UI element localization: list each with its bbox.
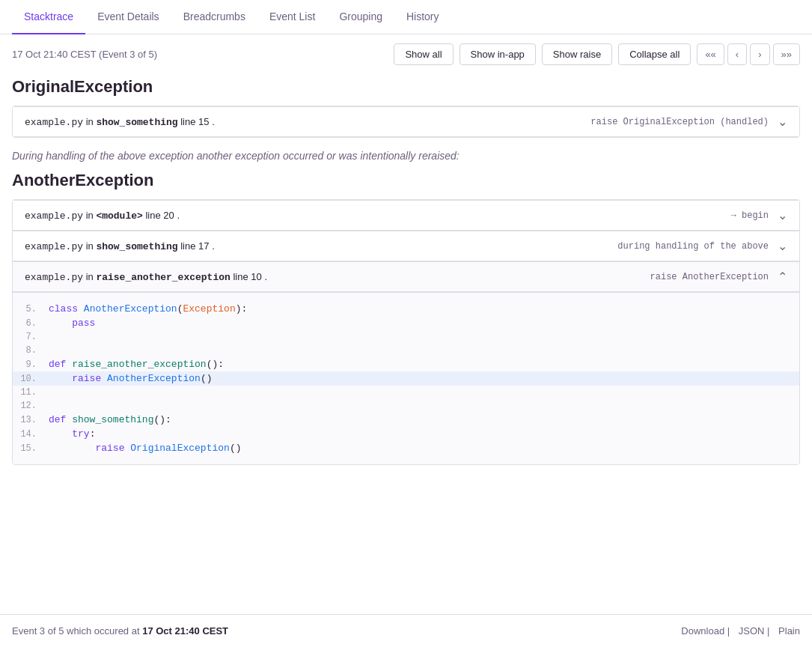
another-frame-line-label-0: line	[145, 210, 163, 221]
another-frame-file-0: example.py	[25, 210, 83, 222]
original-frame-annotation: raise OriginalException (handled)	[590, 117, 769, 127]
nav-buttons: «« ‹ › »»	[697, 43, 800, 65]
another-frame-func-2: raise_another_exception	[96, 272, 230, 283]
line-content: raise AnotherException()	[49, 373, 212, 384]
tab-stacktrace[interactable]: Stacktrace	[12, 0, 85, 34]
footer-sep-2: |	[767, 625, 772, 637]
code-line-10: 10. raise AnotherException()	[13, 371, 799, 386]
footer: Event 3 of 5 which occured at 17 Oct 21:…	[0, 614, 812, 647]
json-link[interactable]: JSON	[739, 625, 765, 637]
another-frame-in-2: in	[86, 271, 97, 282]
another-frame-line-num-1: 17	[198, 240, 209, 252]
line-number: 11.	[13, 387, 49, 398]
code-line-6: 6. pass	[13, 316, 799, 330]
original-frame-line-num: 15	[198, 116, 209, 127]
code-line-13: 13. def show_something():	[13, 413, 799, 427]
line-number: 8.	[13, 345, 49, 356]
code-line-8: 8.	[13, 344, 799, 357]
original-exception-frames: example.py in show_something line 15 . r…	[0, 106, 812, 138]
original-frame-file: example.py	[25, 117, 83, 128]
nav-prev-button[interactable]: ‹	[727, 43, 747, 65]
another-exception-name: AnotherException	[0, 168, 812, 199]
line-number: 15.	[13, 443, 49, 454]
footer-datetime: 17 Oct 21:40 CEST	[142, 625, 228, 637]
event-info: 17 Oct 21:40 CEST (Event 3 of 5)	[12, 49, 157, 60]
another-frame-line-label-1: line	[180, 240, 198, 252]
another-frame-chevron-up-icon-2[interactable]: ⌃	[778, 270, 787, 284]
line-number: 7.	[13, 332, 49, 342]
tab-history[interactable]: History	[394, 0, 451, 34]
download-link[interactable]: Download	[681, 625, 724, 637]
another-frame-func-0: <module>	[96, 210, 142, 222]
line-number: 6.	[13, 318, 49, 329]
show-raise-button[interactable]: Show raise	[542, 43, 612, 65]
code-line-9: 9. def raise_another_exception():	[13, 357, 799, 371]
tab-event-details[interactable]: Event Details	[85, 0, 171, 34]
main-content: OriginalException example.py in show_som…	[0, 74, 812, 614]
another-frame-in-0: in	[86, 210, 97, 221]
original-frame-section: example.py in show_something line 15 . r…	[12, 106, 800, 138]
line-content: try:	[49, 428, 95, 440]
line-content: raise OriginalException()	[49, 443, 241, 454]
another-frame-file-1: example.py	[25, 241, 83, 252]
show-all-button[interactable]: Show all	[394, 43, 453, 65]
another-frame-chevron-down-icon-1[interactable]: ⌄	[778, 239, 787, 253]
collapse-all-button[interactable]: Collapse all	[618, 43, 691, 65]
nav-first-button[interactable]: ««	[697, 43, 724, 65]
nav-next-button[interactable]: ›	[750, 43, 769, 65]
another-frame-row-2[interactable]: example.py in raise_another_exception li…	[13, 261, 799, 292]
original-frame-row[interactable]: example.py in show_something line 15 . r…	[13, 106, 799, 137]
footer-links: Download | JSON | Plain	[675, 625, 800, 637]
toolbar: 17 Oct 21:40 CEST (Event 3 of 5) Show al…	[0, 34, 812, 74]
another-frame-left-1: example.py in show_something line 17 .	[25, 240, 617, 252]
another-frame-func-1: show_something	[96, 241, 177, 252]
original-frame-dot: .	[212, 116, 215, 127]
tab-breadcrumbs[interactable]: Breadcrumbs	[171, 0, 257, 34]
line-number: 5.	[13, 304, 49, 315]
another-frame-in-1: in	[86, 240, 97, 252]
line-content: pass	[49, 318, 95, 329]
another-frame-dot-0: .	[177, 210, 180, 221]
tab-grouping[interactable]: Grouping	[327, 0, 394, 34]
original-exception-name: OriginalException	[0, 74, 812, 106]
original-frame-in: in	[86, 116, 97, 127]
another-frame-line-num-2: 10	[251, 271, 261, 282]
nav-last-button[interactable]: »»	[773, 43, 800, 65]
code-block: 5. class AnotherException(Exception): 6.…	[13, 292, 799, 464]
another-frame-dot-2: .	[264, 271, 267, 282]
code-line-12: 12.	[13, 399, 799, 413]
code-line-11: 11.	[13, 386, 799, 399]
code-line-5: 5. class AnotherException(Exception):	[13, 302, 799, 316]
another-frame-annotation-0: → begin	[731, 210, 769, 221]
original-frame-func: show_something	[96, 117, 177, 128]
another-frame-left-0: example.py in <module> line 20 .	[25, 210, 731, 222]
between-exception-message: During handling of the above exception a…	[0, 138, 812, 168]
line-number: 14.	[13, 429, 49, 440]
tab-event-list[interactable]: Event List	[257, 0, 327, 34]
another-frame-left-2: example.py in raise_another_exception li…	[25, 271, 650, 283]
line-content: def raise_another_exception():	[49, 359, 224, 370]
another-frame-annotation-1: during handling of the above	[617, 241, 769, 252]
tabs-bar: Stacktrace Event Details Breadcrumbs Eve…	[0, 0, 812, 34]
another-frame-line-num-0: 20	[163, 210, 174, 221]
another-frame-section: example.py in <module> line 20 . → begin…	[12, 199, 800, 465]
footer-prefix: Event 3 of 5 which occured at	[12, 625, 140, 637]
original-frame-chevron-down-icon[interactable]: ⌄	[778, 115, 787, 129]
another-frame-line-label-2: line	[233, 271, 251, 282]
code-line-15: 15. raise OriginalException()	[13, 441, 799, 455]
another-frame-dot-1: .	[212, 240, 215, 252]
another-frame-row-1[interactable]: example.py in show_something line 17 . d…	[13, 231, 799, 261]
show-in-app-button[interactable]: Show in-app	[460, 43, 536, 65]
another-frame-row-0[interactable]: example.py in <module> line 20 . → begin…	[13, 200, 799, 231]
original-frame-left: example.py in show_something line 15 .	[25, 116, 590, 128]
original-frame-line-label: line	[180, 116, 198, 127]
code-line-14: 14. try:	[13, 427, 799, 441]
another-exception-frames: example.py in <module> line 20 . → begin…	[0, 199, 812, 465]
line-number: 10.	[13, 374, 49, 384]
another-frame-file-2: example.py	[25, 272, 83, 283]
another-frame-chevron-down-icon-0[interactable]: ⌄	[778, 208, 787, 222]
line-content: class AnotherException(Exception):	[49, 303, 247, 315]
line-number: 12.	[13, 401, 49, 411]
line-number: 9.	[13, 359, 49, 370]
plain-link[interactable]: Plain	[778, 625, 800, 637]
